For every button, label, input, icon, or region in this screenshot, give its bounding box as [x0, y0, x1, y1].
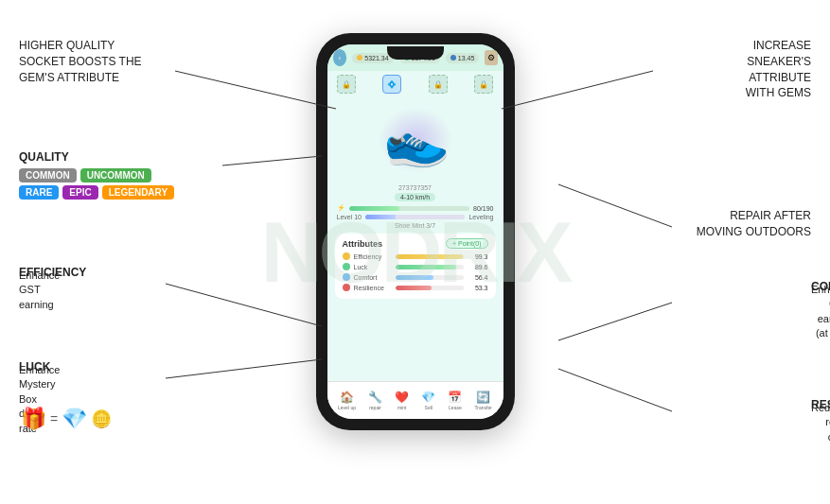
top-right-annotation: INCREASE SNEAKER'S ATTRIBUTE WITH GEMS [746, 38, 811, 101]
durability-bar: ⚡ 80/190 [337, 204, 494, 212]
sneaker-display: 👟 [327, 97, 503, 182]
sell-label: Sell [425, 405, 433, 410]
svg-line-1 [502, 71, 653, 109]
currency-eth: 13.45 [446, 53, 480, 63]
level-label: Level 10 [337, 214, 362, 220]
nav-repair[interactable]: 🔧 repair [368, 391, 382, 410]
durability-bar-bg [349, 206, 470, 211]
sneaker-id: 273737357 [337, 184, 494, 191]
badge-uncommon: UNCOMMON [80, 168, 151, 182]
resilience-dot [343, 284, 350, 291]
gem-slot-3[interactable]: 🔒 [429, 75, 448, 94]
luck-value: 89.6 [468, 264, 488, 270]
nav-mint[interactable]: ❤️ mint [395, 391, 409, 410]
shoe-count: Shoe Mint 3/7 [337, 222, 494, 229]
svg-line-0 [175, 71, 336, 109]
repair-annotation: REPAIR AFTER MOVING OUTDOORS [697, 208, 811, 240]
badge-rare: RARE [19, 185, 59, 200]
sneaker-image: 👟 [378, 104, 452, 176]
transfer-label: Transfer [475, 405, 492, 410]
durability-label: ⚡ [337, 204, 345, 212]
gem-slot-4[interactable]: 🔒 [474, 75, 493, 94]
eth-dot [450, 55, 456, 61]
phone-screen: ‹ 5321.34 6374.56 13.45 ⚙ 🔒 [327, 44, 503, 419]
luck-name: Luck [354, 264, 392, 270]
phone-notch [387, 46, 444, 60]
nav-transfer[interactable]: 🔄 Transfer [475, 391, 492, 410]
nav-level-up[interactable]: 🏠 Level up [338, 391, 356, 410]
gst-value: 5321.34 [364, 55, 388, 61]
speed-info: 4-10 km/h [337, 193, 494, 201]
efficiency-value: 99.3 [468, 253, 488, 260]
badge-legendary: LEGENDARY [102, 185, 174, 200]
transfer-icon: 🔄 [476, 391, 490, 404]
luck-bar-bg [396, 265, 464, 269]
attr-row-luck: Luck 89.6 [343, 263, 488, 270]
badge-row-1: COMMON UNCOMMON [19, 168, 174, 182]
coin-icon: 🪙 [91, 408, 112, 429]
comfort-bar-fill [396, 275, 433, 280]
chest-icon: 🎁 [21, 407, 46, 431]
svg-line-4 [558, 303, 672, 340]
top-left-annotation: HIGHER QUALITY SOCKET BOOSTS THE GEM'S A… [19, 38, 142, 85]
svg-line-3 [166, 284, 322, 326]
luck-icons: 🎁 = 💎 🪙 [21, 407, 112, 431]
comfort-value: 56.4 [468, 274, 488, 281]
efficiency-bar-bg [396, 254, 464, 259]
resilience-value: 53.3 [468, 285, 488, 291]
comfort-dot [343, 273, 350, 281]
level-up-icon: 🏠 [340, 391, 354, 404]
gem-slot-1[interactable]: 🔒 [337, 75, 356, 94]
gem-diamond-icon: 💠 [387, 80, 397, 89]
equals-sign: = [50, 411, 58, 426]
repair-icon: 🔧 [368, 391, 382, 404]
leveling-label: Leveling [468, 214, 493, 220]
svg-line-6 [558, 369, 672, 411]
durability-bar-fill [349, 206, 400, 211]
attr-point-button[interactable]: + Point(0) [446, 238, 488, 249]
nav-sell[interactable]: 💎 Sell [421, 391, 435, 410]
quality-badges-container: COMMON UNCOMMON RARE EPIC LEGENDARY [19, 168, 174, 202]
crystals-icon: 💎 [62, 407, 87, 431]
attr-title: Attributes [343, 239, 383, 249]
svg-line-5 [166, 359, 322, 378]
efficiency-dot [343, 252, 350, 260]
gem-slot-active[interactable]: 💠 [382, 75, 401, 94]
resilience-bar-fill [396, 286, 432, 290]
luck-dot [343, 263, 350, 270]
nav-lease[interactable]: 📅 Lease [448, 391, 462, 410]
bottom-nav: 🏠 Level up 🔧 repair ❤️ mint 💎 Sell 📅 [327, 381, 503, 419]
gst-dot [357, 55, 362, 61]
resilience-bar-bg [396, 286, 464, 290]
settings-icon[interactable]: ⚙ [485, 50, 497, 65]
resilience-name: Resilience [354, 285, 392, 291]
repair-label: repair [369, 405, 381, 410]
back-button[interactable]: ‹ [333, 49, 347, 66]
phone: ‹ 5321.34 6374.56 13.45 ⚙ 🔒 [316, 33, 515, 430]
quality-label: QUALITY [19, 149, 69, 165]
lock-icon-1: 🔒 [342, 80, 351, 89]
level-bar-bg [365, 215, 465, 219]
durability-value: 80/190 [473, 205, 493, 212]
attr-header: Attributes + Point(0) [343, 238, 488, 249]
stats-section: 273737357 4-10 km/h ⚡ 80/190 Level 10 [327, 182, 503, 231]
svg-line-7 [222, 156, 322, 165]
level-section: Level 10 Leveling [337, 214, 494, 220]
eth-value: 13.45 [458, 55, 475, 61]
mint-icon: ❤️ [395, 391, 409, 404]
lease-label: Lease [449, 405, 462, 410]
comfort-name: Comfort [354, 274, 392, 281]
gem-slots: 🔒 💠 🔒 🔒 [327, 71, 503, 97]
svg-line-2 [558, 184, 672, 227]
phone-outer: ‹ 5321.34 6374.56 13.45 ⚙ 🔒 [316, 33, 515, 430]
badge-common: COMMON [19, 168, 77, 182]
lease-icon: 📅 [448, 391, 462, 404]
attributes-section: Attributes + Point(0) Efficiency 99.3 Lu… [335, 234, 496, 299]
luck-bar-fill [396, 265, 456, 269]
lock-icon-3: 🔒 [433, 80, 443, 89]
speed-badge: 4-10 km/h [395, 193, 435, 201]
level-up-label: Level up [338, 405, 356, 410]
sell-icon: 💎 [421, 391, 435, 404]
lock-icon-4: 🔒 [479, 80, 488, 89]
attr-row-resilience: Resilience 53.3 [343, 284, 488, 291]
